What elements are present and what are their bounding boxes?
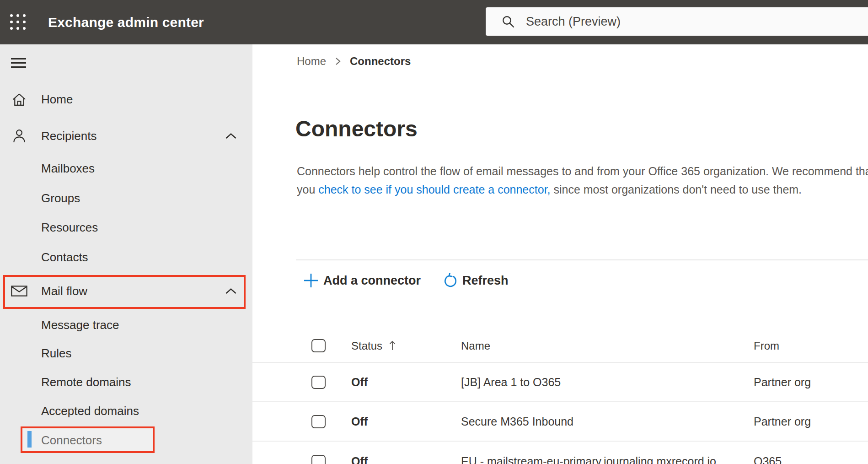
status-cell: Off: [351, 455, 368, 464]
command-bar: Add a connector Refresh: [303, 272, 509, 289]
search-box[interactable]: [486, 7, 868, 36]
select-all-checkbox[interactable]: [311, 339, 326, 352]
status-cell: Off: [351, 415, 368, 428]
sidebar-item-label: Connectors: [41, 433, 102, 448]
name-cell: [JB] Area 1 to O365: [461, 376, 561, 389]
app-launcher-icon[interactable]: [10, 14, 26, 30]
sidebar-item-remote-domains[interactable]: Remote domains: [0, 367, 252, 397]
row-checkbox[interactable]: [311, 455, 326, 464]
add-connector-button[interactable]: Add a connector: [303, 273, 421, 288]
search-icon: [501, 15, 515, 28]
sidebar-item-label: Mail flow: [41, 284, 87, 298]
sidebar-item-label: Contacts: [41, 250, 88, 264]
sidebar-item-recipients[interactable]: Recipients: [0, 121, 252, 151]
page-description: Connectors help control the flow of emai…: [297, 162, 868, 199]
sidebar-item-groups[interactable]: Groups: [0, 183, 252, 213]
plus-icon: [303, 273, 319, 288]
sidebar-item-label: Mailboxes: [41, 162, 95, 176]
refresh-icon: [443, 273, 458, 288]
sidebar-item-mail-flow[interactable]: Mail flow: [0, 276, 252, 306]
nav-toggle-icon[interactable]: [11, 58, 26, 70]
sidebar-item-label: Message trace: [41, 318, 119, 332]
row-checkbox[interactable]: [311, 376, 326, 389]
create-connector-link[interactable]: check to see if you should create a conn…: [318, 183, 550, 196]
main-content: Home Connectors Connectors Connectors he…: [252, 44, 868, 464]
chevron-up-icon[interactable]: [225, 133, 237, 139]
from-cell: Partner org: [754, 415, 811, 428]
sidebar-item-resources[interactable]: Resources: [0, 213, 252, 242]
status-cell: Off: [351, 376, 368, 389]
description-text-after: since most organizations don't need to u…: [551, 183, 802, 196]
name-cell: EU - mailstream-eu-primary.journaling.mx…: [461, 455, 716, 464]
sidebar-item-label: Rules: [41, 346, 71, 361]
sort-ascending-icon: [389, 340, 396, 351]
sidebar-item-mailboxes[interactable]: Mailboxes: [0, 154, 252, 183]
sidebar-item-contacts[interactable]: Contacts: [0, 243, 252, 272]
refresh-label: Refresh: [462, 274, 509, 288]
selected-item-indicator: [27, 431, 32, 448]
top-bar: Exchange admin center: [0, 0, 868, 44]
sidebar-nav: Home Recipients Mailboxes Groups Resourc…: [0, 44, 252, 464]
sidebar-item-home[interactable]: Home: [0, 85, 252, 114]
table-row[interactable]: Off Secure M365 Inbound Partner org: [252, 402, 868, 442]
add-connector-label: Add a connector: [323, 274, 421, 288]
from-cell: Partner org: [754, 376, 811, 389]
column-header-status[interactable]: Status: [351, 329, 396, 362]
toolbar-top-divider: [296, 259, 868, 260]
name-cell: Secure M365 Inbound: [461, 415, 573, 428]
home-icon: [11, 93, 27, 106]
breadcrumb-current: Connectors: [350, 55, 411, 68]
table-header-row: Status Name From: [252, 329, 868, 363]
person-icon: [11, 129, 27, 143]
search-input[interactable]: [526, 15, 809, 29]
sidebar-item-label: Home: [41, 92, 73, 107]
sidebar-item-message-trace[interactable]: Message trace: [0, 310, 252, 340]
mail-icon: [11, 286, 27, 297]
sidebar-item-connectors[interactable]: Connectors: [0, 426, 252, 455]
table-row[interactable]: Off [JB] Area 1 to O365 Partner org: [252, 363, 868, 402]
chevron-up-icon[interactable]: [225, 288, 237, 294]
sidebar-item-label: Resources: [41, 221, 98, 235]
sidebar-item-label: Accepted domains: [41, 404, 139, 418]
column-header-from[interactable]: From: [754, 329, 779, 362]
sidebar-item-accepted-domains[interactable]: Accepted domains: [0, 396, 252, 426]
breadcrumb-home[interactable]: Home: [297, 55, 326, 68]
sidebar-item-rules[interactable]: Rules: [0, 339, 252, 368]
from-cell: O365: [754, 455, 782, 464]
breadcrumb: Home Connectors: [297, 54, 411, 69]
refresh-button[interactable]: Refresh: [443, 273, 509, 288]
table-row[interactable]: Off EU - mailstream-eu-primary.journalin…: [252, 442, 868, 464]
sidebar-item-label: Remote domains: [41, 375, 131, 389]
app-title: Exchange admin center: [48, 0, 204, 44]
page-title: Connectors: [295, 116, 418, 142]
sidebar-item-label: Recipients: [41, 129, 96, 143]
row-checkbox[interactable]: [311, 415, 326, 428]
sidebar-item-label: Groups: [41, 191, 80, 205]
chevron-right-icon: [335, 57, 341, 66]
column-header-name[interactable]: Name: [461, 329, 490, 362]
